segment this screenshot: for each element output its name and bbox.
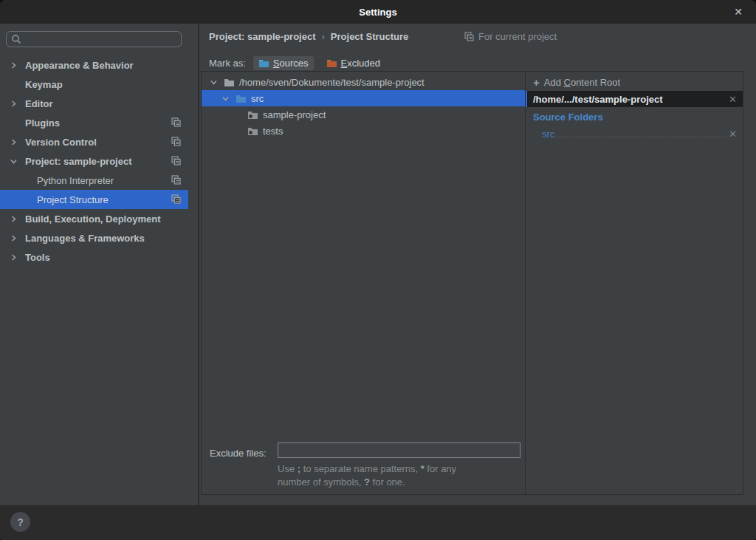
exclude-files-label: Exclude files: xyxy=(210,448,267,459)
exclude-files-input[interactable] xyxy=(278,442,520,458)
dotted-leader xyxy=(556,137,726,137)
sidebar-item-label: Editor xyxy=(25,98,53,109)
sidebar-item-label: Project Structure xyxy=(37,194,109,205)
tree-row-label: tests xyxy=(263,126,283,137)
plus-icon: + xyxy=(533,77,540,88)
breadcrumb-project[interactable]: Project: sample-project xyxy=(209,31,316,42)
window-title: Settings xyxy=(359,7,396,18)
breadcrumb-separator: › xyxy=(322,31,325,42)
settings-dialog: Settings ✕ Appearance & BehaviorKeymapEd… xyxy=(0,0,756,540)
sidebar-nav: Appearance & BehaviorKeymapEditorPlugins… xyxy=(0,55,199,267)
settings-sidebar: Appearance & BehaviorKeymapEditorPlugins… xyxy=(0,24,199,505)
search-icon xyxy=(11,34,21,44)
sidebar-item-python-interpreter[interactable]: Python Interpreter xyxy=(0,171,188,190)
help-button[interactable]: ? xyxy=(10,512,30,532)
sidebar-item-build-execution-deployment[interactable]: Build, Execution, Deployment xyxy=(0,209,188,228)
sidebar-item-label: Languages & Frameworks xyxy=(25,233,145,244)
settings-scope-icon xyxy=(171,117,181,127)
content-root-item[interactable]: /home/.../test/sample-project ✕ xyxy=(526,91,743,107)
sidebar-item-label: Build, Execution, Deployment xyxy=(25,213,160,225)
source-folder-name: src xyxy=(542,129,554,140)
excluded-label: Excluded xyxy=(341,58,380,69)
settings-scope-icon xyxy=(171,137,181,146)
remove-content-root-icon[interactable]: ✕ xyxy=(729,94,737,105)
sidebar-item-label: Python Interpreter xyxy=(37,175,114,186)
sidebar-item-appearance-behavior[interactable]: Appearance & Behavior xyxy=(0,55,188,75)
folder-icon xyxy=(224,78,235,87)
tree-row-label: /home/sven/Dokumente/test/sample-project xyxy=(239,77,425,88)
chevron-down-icon xyxy=(210,79,217,86)
sidebar-item-plugins[interactable]: Plugins xyxy=(0,113,188,132)
chevron-right-icon xyxy=(10,235,17,242)
source-folders-heading: Source Folders xyxy=(533,112,603,123)
folder-icon xyxy=(236,94,247,103)
chevron-down-icon xyxy=(222,95,229,102)
search-input[interactable] xyxy=(6,31,182,47)
sidebar-item-label: Version Control xyxy=(25,137,97,148)
scope-indicator: For current project xyxy=(464,28,557,44)
tree-row-sample-project[interactable]: sample-project xyxy=(202,106,525,123)
folder-icon xyxy=(247,110,258,120)
file-tree: /home/sven/Dokumente/test/sample-project… xyxy=(202,74,525,139)
content-root-path: /home/.../test/sample-project xyxy=(533,94,663,105)
add-content-root-label: Add Content Root xyxy=(544,77,620,88)
mark-as-label: Mark as: xyxy=(209,58,246,69)
add-content-root-button[interactable]: + Add Content Root xyxy=(533,75,620,89)
sidebar-item-tools[interactable]: Tools xyxy=(0,247,188,267)
sidebar-item-label: Tools xyxy=(25,252,50,263)
structure-panels: /home/sven/Dokumente/test/sample-project… xyxy=(201,71,743,495)
breadcrumb: Project: sample-project › Project Struct… xyxy=(209,28,408,44)
hint-line-2: number of symbols, ? for one. xyxy=(278,476,456,489)
sidebar-item-label: Appearance & Behavior xyxy=(25,60,134,71)
folder-icon xyxy=(247,126,258,136)
sidebar-item-label: Plugins xyxy=(25,117,60,129)
chevron-right-icon xyxy=(10,216,17,222)
settings-scope-icon xyxy=(171,194,181,204)
current-project-icon xyxy=(464,32,474,41)
scope-label: For current project xyxy=(478,31,557,42)
tree-row--home-sven-dokumente-test-sample-project[interactable]: /home/sven/Dokumente/test/sample-project xyxy=(202,74,525,90)
source-folders-list: src✕ xyxy=(526,126,743,140)
sidebar-item-keymap[interactable]: Keymap xyxy=(0,75,188,94)
breadcrumb-page: Project Structure xyxy=(331,31,408,42)
mark-as-toolbar: Mark as: Sources Excluded xyxy=(209,54,385,72)
excluded-folder-icon xyxy=(326,58,337,68)
chevron-right-icon xyxy=(10,254,17,261)
mark-sources-button[interactable]: Sources xyxy=(253,56,314,70)
remove-source-folder-icon[interactable]: ✕ xyxy=(729,129,737,140)
source-folder-item[interactable]: src✕ xyxy=(526,126,743,140)
sidebar-item-project-structure[interactable]: Project Structure xyxy=(0,190,188,209)
settings-scope-icon xyxy=(171,175,181,185)
tree-row-tests[interactable]: tests xyxy=(202,123,525,139)
sidebar-item-editor[interactable]: Editor xyxy=(0,94,188,113)
sources-label: Sources xyxy=(273,58,309,69)
sidebar-item-languages-frameworks[interactable]: Languages & Frameworks xyxy=(0,228,188,247)
sidebar-item-label: Keymap xyxy=(25,79,63,90)
footer-bar: ? OK Cancel Apply xyxy=(0,505,756,540)
sidebar-item-label: Project: sample-project xyxy=(25,156,132,167)
title-bar: Settings ✕ xyxy=(0,0,756,24)
chevron-down-icon xyxy=(10,158,17,165)
sidebar-item-version-control[interactable]: Version Control xyxy=(0,132,188,151)
mark-excluded-button[interactable]: Excluded xyxy=(321,56,385,70)
hint-line-1: Use ; to separate name patterns, * for a… xyxy=(278,462,456,476)
chevron-right-icon xyxy=(10,62,17,69)
content-tree-column: /home/sven/Dokumente/test/sample-project… xyxy=(202,72,526,494)
main-panel: Project: sample-project › Project Struct… xyxy=(201,24,756,505)
tree-row-label: sample-project xyxy=(263,109,326,120)
close-icon[interactable]: ✕ xyxy=(728,0,749,24)
tree-row-label: src xyxy=(251,93,264,104)
sidebar-item-project-sample-project[interactable]: Project: sample-project xyxy=(0,151,188,171)
exclude-files-hint: Use ; to separate name patterns, * for a… xyxy=(278,462,456,489)
sources-folder-icon xyxy=(258,58,269,68)
chevron-right-icon xyxy=(10,139,17,146)
tree-row-src[interactable]: src xyxy=(202,90,525,106)
settings-scope-icon xyxy=(171,156,181,165)
content-roots-column: + Add Content Root /home/.../test/sample… xyxy=(526,72,743,494)
chevron-right-icon xyxy=(10,100,17,107)
